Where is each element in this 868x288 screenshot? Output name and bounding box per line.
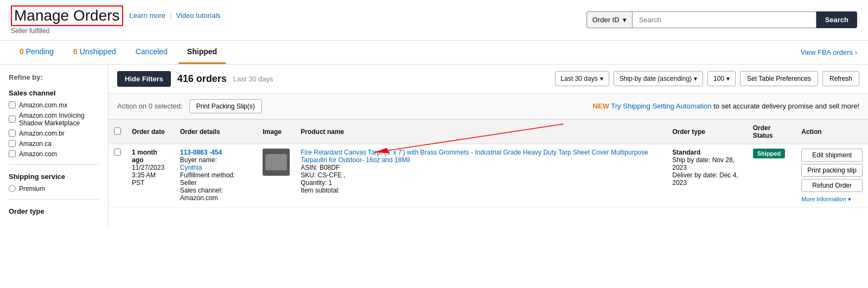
content-area: Refine by: Sales channel Amazon.com.mx A… (0, 65, 868, 228)
buyer-name-link[interactable]: Cynthia (180, 164, 202, 171)
channel-invoicing[interactable]: Amazon.com InvoicingShadow Marketplace (9, 112, 99, 127)
action-label: Action on 0 selected: (117, 102, 183, 110)
more-information-link[interactable]: More information ▾ (801, 196, 851, 202)
sales-channel-row: Sales channel: Amazon.com (180, 187, 252, 202)
divider-1 (9, 164, 99, 165)
product-asin: ASIN: B08DF (301, 164, 661, 171)
hide-filters-button[interactable]: Hide Filters (117, 71, 171, 87)
product-image-inner (265, 154, 287, 170)
row-status-cell: Shipped (748, 144, 796, 207)
col-product-name: Product name (295, 119, 667, 144)
toolbar-right: Last 30 days ▾ Ship-by date (ascending) … (555, 71, 859, 86)
col-order-status: Order Status (748, 119, 796, 144)
channel-mx-checkbox[interactable] (9, 101, 16, 108)
edit-shipment-button[interactable]: Edit shipment (801, 149, 863, 162)
tab-pending[interactable]: 0 Pending (11, 41, 62, 64)
product-sku: SKU: CS-CFE , (301, 171, 661, 179)
automation-link[interactable]: Try Shipping Setting Automation (611, 102, 711, 110)
per-page-dropdown[interactable]: 100 ▾ (707, 71, 736, 86)
view-fba-link[interactable]: View FBA orders (800, 48, 857, 56)
sidebar: Refine by: Sales channel Amazon.com.mx A… (0, 65, 108, 228)
orders-table: Order date Order details Image Product n… (108, 119, 868, 208)
shipping-premium-radio[interactable] (9, 185, 16, 192)
tab-shipped[interactable]: Shipped (178, 41, 226, 64)
order-id-link[interactable]: 113-0863 ·454 (180, 149, 222, 156)
top-bar-left: Manage Orders Learn more | Video tutoria… (11, 5, 221, 35)
chevron-down-icon: ▾ (694, 75, 697, 82)
product-subtotal: Item subtotal: (301, 187, 661, 194)
shipping-premium-label: Premium (19, 185, 45, 193)
promo-suffix: to set accurate delivery promise and sel… (713, 102, 859, 110)
row-checkbox-cell (108, 144, 126, 207)
channel-ca[interactable]: Amazon.ca (9, 140, 99, 148)
set-table-preferences-button[interactable]: Set Table Preferences (740, 71, 818, 86)
row-order-type-cell: Standard Ship by date: Nov 28, 2023 Deli… (667, 144, 747, 207)
channel-br-checkbox[interactable] (9, 130, 16, 137)
tabs-left: 0 Pending 6 Unshipped Canceled Shipped (11, 41, 226, 64)
top-bar: Manage Orders Learn more | Video tutoria… (0, 0, 868, 41)
channel-mx-label: Amazon.com.mx (19, 101, 67, 109)
main-panel: Hide Filters 416 orders Last 30 days Las… (108, 65, 868, 228)
shipped-label: Shipped (187, 47, 217, 56)
shipping-service-heading: Shipping service (9, 172, 99, 181)
channel-com[interactable]: Amazon.com (9, 150, 99, 158)
sales-channel-heading: Sales channel (9, 89, 99, 97)
row-checkbox[interactable] (114, 149, 121, 156)
order-id-suffix: ·454 (209, 149, 222, 156)
chevron-down-icon: ▾ (623, 16, 627, 24)
tab-unshipped[interactable]: 6 Unshipped (65, 41, 125, 64)
toolbar-left: Hide Filters 416 orders Last 30 days (117, 71, 273, 87)
shipped-badge: Shipped (753, 149, 785, 158)
search-type-dropdown[interactable]: Order ID ▾ (586, 11, 632, 28)
sort-label: Ship-by date (ascending) (620, 75, 692, 82)
fulfillment-method: Fulfillment method: Seller (180, 171, 252, 187)
order-count: 416 orders (177, 73, 227, 85)
learn-more-link[interactable]: Learn more (130, 11, 165, 20)
shipping-premium[interactable]: Premium (9, 185, 99, 193)
tab-canceled[interactable]: Canceled (127, 41, 176, 64)
tabs-bar: 0 Pending 6 Unshipped Canceled Shipped V… (0, 41, 868, 65)
channel-br-label: Amazon.com.br (19, 130, 65, 137)
select-all-checkbox[interactable] (114, 127, 121, 135)
row-product-name-cell: Fire Retardant Canvas Tarp, (5' x 7') wi… (295, 144, 667, 207)
col-action: Action (796, 119, 868, 144)
toolbar-row: Hide Filters 416 orders Last 30 days Las… (108, 65, 868, 93)
channel-ca-checkbox[interactable] (9, 140, 16, 147)
channel-mx[interactable]: Amazon.com.mx (9, 101, 99, 109)
channel-invoicing-checkbox[interactable] (9, 116, 16, 123)
canceled-label: Canceled (136, 47, 168, 56)
product-name-link[interactable]: Fire Retardant Canvas Tarp, (5' x 7') wi… (301, 149, 648, 164)
header-links: Learn more | Video tutorials (130, 11, 221, 20)
refund-order-button[interactable]: Refund Order (801, 179, 863, 192)
buyer-label: Buyer name: (180, 156, 252, 164)
print-packing-slip-button[interactable]: Print Packing Slip(s) (189, 99, 262, 113)
action-bar-left: Action on 0 selected: Print Packing Slip… (117, 99, 262, 113)
action-bar: Action on 0 selected: Print Packing Slip… (108, 93, 868, 119)
refine-by-label: Refine by: (9, 73, 99, 81)
row-image-cell (257, 144, 295, 207)
channel-br[interactable]: Amazon.com.br (9, 130, 99, 137)
ship-by-date: Ship by date: Nov 28, 2023 (672, 156, 742, 171)
chevron-down-icon: ▾ (726, 75, 730, 82)
deliver-by-date: Deliver by date: Dec 4, 2023 (672, 171, 742, 187)
promo-area: NEW Try Shipping Setting Automation to s… (593, 102, 859, 110)
refresh-button[interactable]: Refresh (822, 71, 859, 86)
col-image: Image (257, 119, 295, 144)
channel-com-checkbox[interactable] (9, 150, 16, 157)
table-row: 1 month ago 11/27/2023 3:35 AM PST 113-0… (108, 144, 868, 207)
product-quantity: Quantity: 1 (301, 179, 661, 187)
date-filter-label: Last 30 days (561, 75, 598, 82)
per-page-label: 100 (713, 75, 724, 82)
action-buttons: Edit shipment Print packing slip Refund … (801, 149, 863, 192)
print-packing-slip-row-button[interactable]: Print packing slip (801, 164, 863, 177)
search-input[interactable] (632, 11, 816, 28)
col-order-details: Order details (175, 119, 258, 144)
divider-2 (9, 199, 99, 200)
date-filter-dropdown[interactable]: Last 30 days ▾ (555, 71, 609, 86)
sort-dropdown[interactable]: Ship-by date (ascending) ▾ (614, 71, 703, 86)
pending-count: 0 (20, 47, 24, 56)
search-button[interactable]: Search (816, 11, 857, 28)
channel-ca-label: Amazon.ca (19, 140, 52, 148)
order-date-relative: 1 month ago (132, 149, 169, 164)
video-tutorials-link[interactable]: Video tutorials (176, 11, 220, 20)
